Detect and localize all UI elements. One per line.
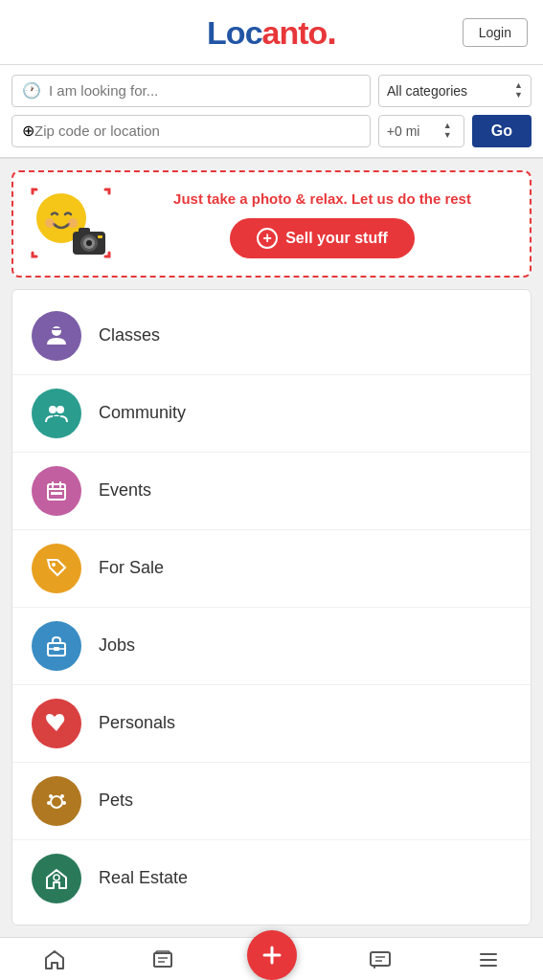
smiley-illustration [29,186,113,260]
realestate-label: Real Estate [99,868,188,888]
promo-content: Just take a photo & relax. Let us do the… [130,189,514,258]
nav-messages[interactable]: Messages [326,948,434,980]
svg-rect-24 [54,647,59,651]
go-button[interactable]: Go [472,115,532,147]
sell-button-label: Sell your stuff [285,230,388,247]
nav-my-ads[interactable]: My Ads [108,948,216,980]
category-item-community[interactable]: Community [12,375,531,453]
svg-point-25 [51,796,62,808]
location-input[interactable] [34,122,360,139]
logo-lo: Lo [207,14,245,51]
forsale-icon [32,544,81,593]
svg-point-9 [52,326,61,336]
category-item-pets[interactable]: Pets [12,763,531,840]
logo-anto: anto [262,14,328,51]
svg-point-27 [60,794,64,798]
svg-rect-7 [79,228,90,234]
select-arrows-icon: ▲ ▼ [514,81,523,100]
community-icon [32,389,81,438]
logo-c: c [245,14,262,51]
svg-point-12 [49,406,57,413]
my-ads-nav-icon [151,948,174,977]
svg-rect-37 [371,952,390,966]
svg-point-26 [49,794,53,798]
category-select[interactable]: All categories Classes Community Events … [387,83,510,99]
distance-input[interactable] [387,123,440,139]
category-item-events[interactable]: Events [12,453,531,530]
svg-point-29 [62,801,66,805]
svg-rect-20 [58,492,62,495]
app-header: Locanto. Login [0,0,543,65]
post-ad-button[interactable] [247,930,297,980]
search-area: 🕐 All categories Classes Community Event… [0,65,543,159]
bottom-nav: Home My Ads Post Ad [0,937,543,980]
events-icon [32,466,81,516]
home-nav-icon [43,948,66,977]
categories-container: Classes Community Even [11,289,532,925]
category-item-realestate[interactable]: Real Estate [12,840,531,917]
clock-icon: 🕐 [22,81,41,100]
logo: Locanto. [207,11,336,53]
forsale-label: For Sale [99,558,164,578]
classes-label: Classes [99,325,160,345]
category-select-wrap: All categories Classes Community Events … [378,75,532,107]
svg-point-2 [68,218,78,228]
jobs-label: Jobs [99,635,135,656]
distance-wrap: ▲ ▼ [378,115,464,147]
login-button[interactable]: Login [463,18,528,47]
location-icon: ⊕ [22,122,34,140]
pets-icon [32,776,81,826]
svg-rect-8 [98,235,102,238]
community-label: Community [99,403,186,423]
personals-label: Personals [99,713,175,733]
search-row: 🕐 All categories Classes Community Event… [11,75,532,107]
category-item-forsale[interactable]: For Sale [12,530,531,608]
svg-rect-18 [51,492,55,495]
nav-post-ad[interactable]: Post Ad [217,946,326,980]
svg-point-13 [57,406,64,413]
svg-rect-19 [55,492,58,495]
logo-dot: . [327,11,336,52]
svg-point-6 [86,240,92,246]
nav-my-locanto[interactable]: My Locanto [435,948,543,980]
promo-text: Just take a photo & relax. Let us do the… [173,189,471,209]
svg-point-28 [47,801,51,805]
events-label: Events [99,480,151,501]
classes-icon [32,311,81,361]
category-item-jobs[interactable]: Jobs [12,608,531,685]
location-row: ⊕ ▲ ▼ Go [11,115,532,147]
my-locanto-nav-icon [477,948,500,977]
promo-illustration [29,186,115,262]
pets-label: Pets [99,791,133,811]
sell-button[interactable]: + Sell your stuff [230,218,415,258]
search-input[interactable] [49,82,360,99]
category-item-personals[interactable]: Personals [12,685,531,763]
svg-rect-31 [154,953,171,967]
jobs-icon [32,621,81,671]
search-input-wrap: 🕐 [11,75,371,107]
svg-rect-10 [52,328,61,330]
personals-icon [32,699,81,748]
category-item-classes[interactable]: Classes [12,298,531,375]
svg-point-1 [45,218,55,228]
svg-point-21 [52,563,56,567]
distance-arrows-icon: ▲ ▼ [443,122,452,141]
plus-circle-icon: + [257,228,278,249]
location-input-wrap: ⊕ [11,115,371,147]
nav-home[interactable]: Home [0,948,108,980]
promo-banner: Just take a photo & relax. Let us do the… [11,170,532,278]
messages-nav-icon [369,948,392,977]
realestate-icon [32,854,81,903]
svg-point-30 [54,875,59,880]
